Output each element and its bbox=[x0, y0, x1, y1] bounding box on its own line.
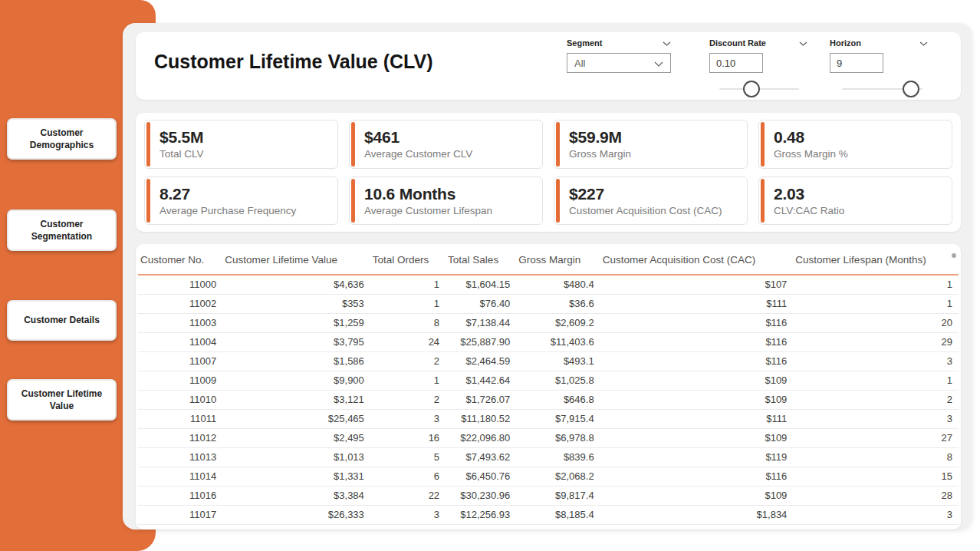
table-row[interactable]: 11016$3,38422$30,230.96$9,817.4$10928 bbox=[138, 486, 959, 505]
kpi-value: $59.9M bbox=[569, 128, 739, 147]
table-cell: $353 bbox=[222, 294, 370, 313]
kpi-accent-bar bbox=[556, 179, 560, 223]
table-cell: $25,465 bbox=[222, 409, 370, 428]
column-header[interactable]: Total Orders bbox=[370, 246, 446, 275]
dashboard-panel: Customer Lifetime Value (CLV) Segment Al… bbox=[123, 23, 972, 530]
sidebar-item-customer-demographics[interactable]: Customer Demographics bbox=[7, 118, 117, 160]
table-cell: $109 bbox=[600, 428, 794, 447]
kpi-accent-bar bbox=[761, 179, 765, 223]
kpi-tile: $5.5MTotal CLV bbox=[144, 120, 338, 169]
table-cell: $3,384 bbox=[222, 486, 370, 505]
kpi-tile: 8.27Average Purchase Frequency bbox=[144, 177, 338, 226]
table-cell: 28 bbox=[793, 486, 959, 505]
table-card: Customer No.Customer Lifetime ValueTotal… bbox=[136, 244, 961, 530]
table-cell: 11000 bbox=[138, 275, 222, 294]
table-row[interactable]: 11010$3,1212$1,726.07$646.8$1092 bbox=[138, 390, 959, 409]
table-row[interactable]: 11012$2,49516$22,096.80$6,978.8$10927 bbox=[138, 428, 959, 447]
table-cell: $76.40 bbox=[446, 294, 516, 313]
table-cell: $2,495 bbox=[222, 428, 370, 447]
horizon-slider[interactable] bbox=[842, 80, 922, 98]
table-cell: $3,121 bbox=[222, 390, 370, 409]
table-cell: $30,230.96 bbox=[446, 486, 516, 505]
table-row[interactable]: 11007$1,5862$2,464.59$493.1$1163 bbox=[138, 351, 959, 371]
kpi-accent-bar bbox=[146, 122, 150, 167]
kpi-value: 10.6 Months bbox=[364, 185, 534, 203]
table-cell: $493.1 bbox=[516, 351, 600, 371]
table-cell: $7,915.4 bbox=[516, 409, 600, 428]
column-header[interactable]: Customer No. bbox=[138, 246, 222, 275]
table-cell: $646.8 bbox=[516, 390, 600, 409]
kpi-tile: 2.03CLV:CAC Ratio bbox=[758, 177, 952, 226]
table-cell: $4,636 bbox=[222, 275, 370, 294]
discount-rate-slider-knob[interactable] bbox=[743, 81, 760, 97]
sidebar-item-customer-details[interactable]: Customer Details bbox=[7, 300, 117, 341]
discount-rate-input[interactable] bbox=[709, 53, 763, 73]
table-row[interactable]: 11000$4,6361$1,604.15$480.4$1071 bbox=[138, 275, 959, 294]
page-title: Customer Lifetime Value (CLV) bbox=[154, 51, 433, 73]
table-cell: $9,817.4 bbox=[516, 486, 600, 505]
table-row[interactable]: 11014$1,3316$6,450.76$2,068.2$11615 bbox=[138, 467, 959, 486]
table-cell: $109 bbox=[600, 371, 794, 390]
table-cell: $8,185.4 bbox=[516, 505, 600, 524]
column-header[interactable]: Customer Lifetime Value bbox=[222, 246, 370, 275]
filter-discount-rate: Discount Rate bbox=[709, 38, 807, 73]
column-header[interactable]: Customer Acquisition Cost (CAC) bbox=[600, 246, 794, 275]
table-row[interactable]: 11013$1,0135$7,493.62$839.6$1198 bbox=[138, 447, 959, 467]
kpi-label: Average Customer Lifespan bbox=[364, 205, 534, 216]
table-cell: $7,493.62 bbox=[446, 447, 516, 467]
table-cell: $1,259 bbox=[222, 313, 370, 332]
table-row[interactable]: 11009$9,9001$1,442.64$1,025.8$1091 bbox=[138, 371, 959, 390]
table-cell: $1,834 bbox=[600, 505, 794, 524]
horizon-input[interactable] bbox=[830, 53, 883, 73]
table-row[interactable]: 11017$26,3333$12,256.93$8,185.4$1,8343 bbox=[138, 505, 959, 524]
table-cell: 11014 bbox=[138, 467, 222, 486]
chevron-down-icon[interactable] bbox=[799, 38, 807, 48]
table-cell: $7,138.44 bbox=[446, 313, 516, 332]
table-cell: 3 bbox=[793, 409, 959, 428]
table-cell: 11012 bbox=[138, 428, 222, 447]
kpi-tile: $59.9MGross Margin bbox=[554, 120, 748, 169]
table-cell: $109 bbox=[600, 486, 794, 505]
column-header[interactable]: Gross Margin bbox=[516, 246, 600, 275]
table-cell: $22,096.80 bbox=[446, 428, 516, 447]
sidebar-item-customer-lifetime-value[interactable]: Customer Lifetime Value bbox=[7, 379, 117, 421]
discount-rate-slider[interactable] bbox=[719, 80, 799, 98]
table-cell: $11,180.52 bbox=[446, 409, 516, 428]
kpi-tile: $461Average Customer CLV bbox=[349, 120, 543, 169]
table-cell: $111 bbox=[600, 294, 794, 313]
kpi-label: Customer Acquisition Cost (CAC) bbox=[569, 205, 739, 216]
table-scrollbar[interactable] bbox=[952, 253, 956, 258]
column-header[interactable]: Total Sales bbox=[446, 246, 516, 275]
kpi-accent-bar bbox=[761, 122, 765, 167]
column-header[interactable]: Customer Lifespan (Months) bbox=[793, 246, 959, 275]
chevron-down-icon[interactable] bbox=[663, 38, 671, 48]
segment-dropdown[interactable]: All bbox=[567, 53, 671, 73]
kpi-value: 8.27 bbox=[159, 185, 330, 203]
kpi-label: CLV:CAC Ratio bbox=[774, 205, 944, 216]
sidebar-item-customer-segmentation[interactable]: Customer Segmentation bbox=[7, 210, 117, 251]
chevron-down-icon[interactable] bbox=[919, 38, 928, 48]
table-cell: 11013 bbox=[138, 447, 222, 467]
table-row[interactable]: 11011$25,4653$11,180.52$7,915.4$1113 bbox=[138, 409, 959, 428]
table-cell: 24 bbox=[370, 332, 446, 351]
table-cell: 11009 bbox=[138, 371, 222, 390]
table-cell: 11011 bbox=[138, 409, 222, 428]
table-cell: 3 bbox=[793, 351, 959, 371]
kpi-value: $5.5M bbox=[159, 128, 330, 147]
table-row[interactable]: 11002$3531$76.40$36.6$1111 bbox=[138, 294, 959, 313]
kpi-value: $461 bbox=[364, 128, 534, 147]
table-cell: 3 bbox=[370, 505, 446, 524]
horizon-slider-knob[interactable] bbox=[903, 81, 919, 97]
table-cell: 2 bbox=[793, 390, 959, 409]
table-cell: 20 bbox=[793, 313, 959, 332]
table-row[interactable]: 11004$3,79524$25,887.90$11,403.6$11629 bbox=[138, 332, 959, 351]
kpi-label: Gross Margin bbox=[569, 148, 739, 160]
table-row[interactable]: 11003$1,2598$7,138.44$2,609.2$11620 bbox=[138, 313, 959, 332]
table-cell: 1 bbox=[793, 275, 959, 294]
kpi-label: Average Purchase Frequency bbox=[159, 205, 330, 216]
table-cell: $2,464.59 bbox=[446, 351, 516, 371]
table-cell: $1,586 bbox=[222, 351, 370, 371]
chevron-down-icon bbox=[654, 58, 663, 69]
kpi-value: $227 bbox=[569, 185, 739, 203]
kpi-accent-bar bbox=[556, 122, 560, 167]
